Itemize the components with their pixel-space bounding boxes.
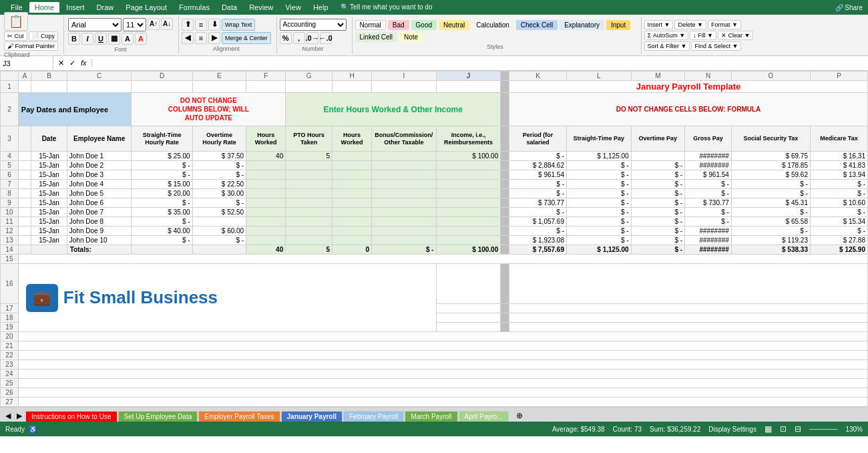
normal-view-button[interactable]: ▦: [765, 424, 772, 434]
tab-page-layout[interactable]: Page Layout: [120, 2, 172, 13]
col-header-m[interactable]: M: [631, 71, 685, 81]
style-normal[interactable]: Normal: [355, 20, 386, 30]
tab-nav-right[interactable]: ▶: [14, 410, 25, 422]
col-header-p[interactable]: P: [810, 71, 867, 81]
cell-e1[interactable]: [192, 81, 246, 93]
col-header-g[interactable]: G: [286, 71, 333, 81]
col-header-i[interactable]: I: [372, 71, 437, 81]
insert-function-button[interactable]: fx: [79, 59, 89, 67]
number-format-select[interactable]: Accounting: [280, 19, 347, 31]
format-painter-button[interactable]: 🖌 Format Painter: [4, 41, 58, 51]
style-bad[interactable]: Bad: [388, 20, 409, 30]
cell-f1[interactable]: [246, 81, 286, 93]
border-button[interactable]: ▦: [108, 33, 120, 45]
style-input[interactable]: Input: [606, 20, 630, 30]
merge-center-button[interactable]: Merge & Center: [222, 32, 271, 44]
col-header-k[interactable]: K: [509, 71, 567, 81]
style-check-cell[interactable]: Check Cell: [516, 20, 558, 30]
fill-color-button[interactable]: A: [122, 33, 134, 45]
tab-april-payroll[interactable]: April Payro...: [459, 411, 509, 422]
align-right-button[interactable]: ▶: [208, 32, 220, 44]
page-layout-button[interactable]: ⊡: [780, 424, 787, 434]
style-good[interactable]: Good: [411, 20, 437, 30]
cell-c1[interactable]: [67, 81, 132, 93]
wrap-text-button[interactable]: Wrap Text: [222, 19, 255, 31]
tab-draw[interactable]: Draw: [91, 2, 120, 13]
italic-button[interactable]: I: [81, 33, 93, 45]
underline-button[interactable]: U: [95, 33, 107, 45]
cut-button[interactable]: ✂ Cut: [4, 31, 27, 41]
share-button[interactable]: 🔗 Share: [835, 4, 863, 11]
style-linked-cell[interactable]: Linked Cell: [355, 32, 397, 42]
autosum-button[interactable]: Σ AutoSum ▼: [644, 31, 689, 40]
cell-g1[interactable]: [286, 81, 333, 93]
tab-payroll-taxes[interactable]: Employer Payroll Taxes: [198, 411, 280, 422]
clear-button[interactable]: ✕ Clear ▼: [718, 31, 753, 40]
align-middle-button[interactable]: ≡: [195, 19, 207, 31]
cell-b1[interactable]: [31, 81, 67, 93]
col-header-e[interactable]: E: [192, 71, 246, 81]
decrease-font-button[interactable]: A↓: [161, 18, 173, 30]
cell-j1[interactable]: [436, 81, 501, 93]
col-header-f[interactable]: F: [246, 71, 286, 81]
style-neutral[interactable]: Neutral: [439, 20, 469, 30]
tab-insert[interactable]: Insert: [61, 2, 90, 13]
font-size-select[interactable]: 11: [123, 18, 146, 31]
cell-a1[interactable]: [18, 81, 31, 93]
style-explanatory[interactable]: Explanatory: [560, 20, 604, 30]
col-header-j[interactable]: J: [436, 71, 501, 81]
format-button[interactable]: Format ▼: [708, 20, 741, 29]
font-family-select[interactable]: Arial: [68, 18, 122, 31]
comma-button[interactable]: ,: [293, 32, 305, 44]
style-note[interactable]: Note: [399, 32, 423, 42]
cell-i1[interactable]: [372, 81, 437, 93]
confirm-formula-button[interactable]: ✓: [67, 59, 77, 67]
increase-font-button[interactable]: A↑: [148, 18, 160, 30]
fill-button[interactable]: ↓ Fill ▼: [690, 31, 716, 40]
page-break-button[interactable]: ⊟: [795, 424, 801, 434]
align-top-button[interactable]: ⬆: [182, 19, 194, 31]
tell-me-input[interactable]: 🔍 Tell me what you want to do: [335, 2, 438, 13]
cancel-formula-button[interactable]: ✕: [56, 59, 66, 67]
style-calculation[interactable]: Calculation: [471, 20, 513, 30]
delete-button[interactable]: Delete ▼: [674, 20, 706, 29]
align-left-button[interactable]: ◀: [182, 32, 194, 44]
bold-button[interactable]: B: [68, 33, 80, 45]
col-header-b[interactable]: B: [31, 71, 67, 81]
paste-button[interactable]: 📋: [4, 12, 28, 31]
tab-review[interactable]: Review: [244, 2, 278, 13]
font-color-button[interactable]: A: [135, 33, 147, 45]
col-header-d[interactable]: D: [132, 71, 192, 81]
tab-nav-left[interactable]: ◀: [3, 410, 13, 422]
cell-h1[interactable]: [332, 81, 371, 93]
col-header-h[interactable]: H: [332, 71, 371, 81]
col-header-c[interactable]: C: [67, 71, 132, 81]
col-header-a[interactable]: A: [18, 71, 31, 81]
copy-button[interactable]: 📄 Copy: [29, 31, 59, 41]
tab-data[interactable]: Data: [216, 2, 242, 13]
increase-decimal-button[interactable]: .0→: [306, 32, 318, 44]
align-bottom-button[interactable]: ⬇: [208, 19, 220, 31]
tab-formulas[interactable]: Formulas: [174, 2, 215, 13]
tab-file[interactable]: File: [5, 2, 28, 13]
add-sheet-button[interactable]: ⊕: [512, 410, 527, 422]
tab-instructions[interactable]: Instructions on How to Use: [25, 411, 118, 422]
align-center-button[interactable]: ≡: [195, 32, 207, 44]
col-header-o[interactable]: O: [731, 71, 810, 81]
tab-february-payroll[interactable]: February Payroll: [343, 411, 404, 422]
col-header-l[interactable]: L: [566, 71, 631, 81]
tab-employee-data[interactable]: Set Up Employee Data: [118, 411, 198, 422]
find-select-button[interactable]: Find & Select ▼: [691, 41, 741, 51]
name-box[interactable]: J3: [0, 56, 53, 70]
decrease-decimal-button[interactable]: ←.0: [320, 32, 332, 44]
col-header-n[interactable]: N: [685, 71, 732, 81]
tab-march-payroll[interactable]: March Payroll: [405, 411, 457, 422]
sort-filter-button[interactable]: Sort & Filter ▼: [644, 41, 690, 51]
insert-button[interactable]: Insert ▼: [644, 20, 674, 29]
tab-view[interactable]: View: [280, 2, 306, 13]
display-settings[interactable]: Display Settings: [708, 426, 756, 433]
zoom-slider[interactable]: ──────: [809, 426, 838, 433]
tab-help[interactable]: Help: [308, 2, 334, 13]
percent-button[interactable]: %: [280, 32, 292, 44]
cell-d1[interactable]: [132, 81, 192, 93]
